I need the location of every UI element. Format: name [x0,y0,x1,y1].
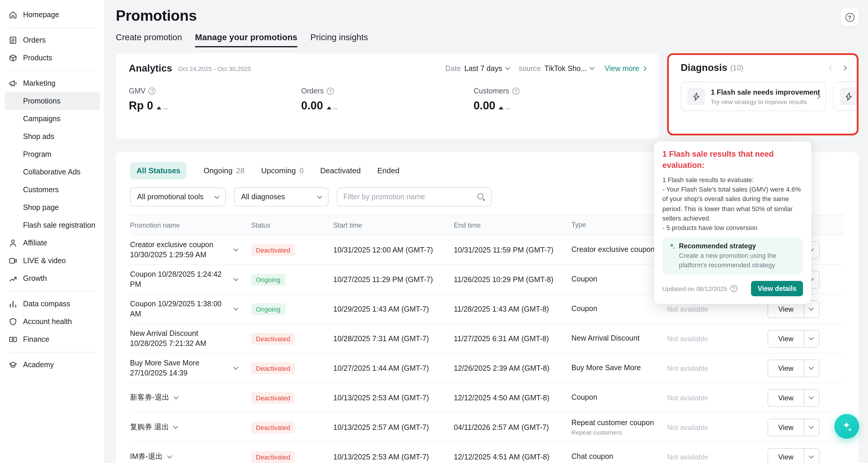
sidebar: Homepage Orders Products Marketing Promo… [0,0,105,463]
expand-row-icon[interactable] [234,276,239,281]
sidebar-item-products[interactable]: Products [5,49,100,67]
sidebar-item-orders[interactable]: Orders [5,31,100,49]
status-tab-all-statuses[interactable]: All Statuses [130,162,187,179]
column-header: Status [251,222,333,229]
pager-prev-icon[interactable] [829,65,834,70]
sidebar-item-label: Account health [23,318,72,326]
sidebar-item-live-video[interactable]: LIVE & video [5,252,100,270]
tab-manage-your-promotions[interactable]: Manage your promotions [195,32,297,47]
top-row: Analytics Oct 24,2025 - Oct 30,2025 Date… [116,53,859,139]
diagnosis-count: (10) [730,64,743,72]
promotion-name: New Arrival Discount 10/28/2025 7:21:32 … [130,329,229,348]
help-circle-icon[interactable]: ? [149,88,156,95]
date-filter-label: Date [445,64,461,73]
view-button[interactable]: View [768,419,804,435]
data-compass-icon [8,299,18,309]
sidebar-item-label: Affiliate [23,239,47,247]
sidebar-item-flash-sale-registration[interactable]: Flash sale registration [5,216,100,234]
promotion-name: Buy More Save More 27/10/2025 14:39 [130,359,229,378]
diagnosis-card-list: 1 Flash sale needs improvement Try new s… [681,82,857,111]
view-button[interactable]: View [768,330,804,347]
view-more-link[interactable]: View more [604,64,646,73]
diagnosis-item-title: 1 Flash sale needs improvement [711,88,810,96]
diagnosis-item[interactable]: 1 Flash sale needs improvement Try new s… [681,82,826,111]
expand-row-icon[interactable] [234,306,239,311]
status-tab-upcoming[interactable]: Upcoming0 [261,166,304,175]
diagnoses-select[interactable]: All diagnoses [234,187,329,206]
sidebar-item-customers[interactable]: Customers [5,181,100,199]
sidebar-item-data-compass[interactable]: Data compass [5,295,100,313]
end-time: 12/12/2025 4:51 AM (GMT-8) [454,453,571,461]
sidebar-item-finance[interactable]: Finance [5,330,100,348]
expand-row-icon[interactable] [234,247,239,252]
start-time: 10/27/2025 11:29 PM (GMT-7) [333,275,454,284]
view-button[interactable]: View [768,360,804,376]
source-filter-select[interactable]: TikTok Sho... [545,64,594,73]
sidebar-item-affiliate[interactable]: Affiliate [5,234,100,252]
view-dropdown-button[interactable] [804,330,819,347]
sidebar-item-campaigns[interactable]: Campaigns [5,110,100,128]
tab-pricing-insights[interactable]: Pricing insights [311,32,368,47]
search-icon[interactable] [477,193,485,201]
help-button[interactable]: ? [841,8,859,26]
sidebar-item-academy[interactable]: Academy [5,356,100,374]
view-dropdown-button[interactable] [804,448,819,463]
sidebar-item-shop-ads[interactable]: Shop ads [5,128,100,145]
status-tab-deactivated[interactable]: Deactivated [320,166,361,175]
sidebar-item-program[interactable]: Program [5,145,100,163]
end-time: 11/28/2025 1:43 AM (GMT-8) [454,305,571,313]
question-circle-icon: ? [845,13,854,22]
end-time: 11/27/2025 6:31 AM (GMT-8) [454,335,571,343]
help-circle-icon[interactable]: ? [730,285,737,292]
date-filter-select[interactable]: Last 7 days [464,64,509,73]
view-dropdown-button[interactable] [804,360,819,376]
expand-row-icon[interactable] [174,395,179,399]
diagnosis-item-partial[interactable] [833,82,859,111]
status-tab-ended[interactable]: Ended [377,166,399,175]
expand-row-icon[interactable] [173,424,178,429]
end-time: 11/26/2025 10:29 PM (GMT-8) [454,275,571,284]
promotion-type: Buy More Save More [571,364,667,373]
diagnosis-item-subtitle: Try new strategy to improve results [711,98,810,105]
sidebar-item-promotions[interactable]: Promotions [5,92,100,110]
analytics-card: Analytics Oct 24,2025 - Oct 30,2025 Date… [116,53,659,139]
column-header: Start time [333,222,454,229]
view-dropdown-button[interactable] [804,389,819,406]
promotion-search [337,187,492,206]
promotional-tools-select[interactable]: All promotional tools [130,187,226,206]
view-button[interactable]: View [768,389,804,406]
expand-row-icon[interactable] [234,365,239,370]
help-circle-icon[interactable]: ? [327,88,334,95]
tab-create-promotion[interactable]: Create promotion [116,32,182,47]
table-row: Buy More Save More 27/10/2025 14:39 Deac… [130,354,844,383]
sidebar-item-marketing[interactable]: Marketing [5,75,100,92]
sidebar-item-collaborative-ads[interactable]: Collaborative Ads [5,163,100,181]
view-details-button[interactable]: View details [751,281,803,296]
promotion-name: 复购券 退出 [130,423,169,432]
sidebar-item-account-health[interactable]: Account health [5,313,100,330]
ai-assistant-button[interactable] [834,414,859,439]
promotion-name: 新客券-退出 [130,393,169,403]
sidebar-item-label: Program [23,150,52,158]
sidebar-divider [8,27,96,28]
help-circle-icon[interactable]: ? [512,88,519,95]
view-button[interactable]: View [768,448,804,463]
sidebar-item-homepage[interactable]: Homepage [5,6,100,24]
view-dropdown-button[interactable] [804,419,819,435]
expand-row-icon[interactable] [167,454,172,459]
column-header: Type [571,221,667,229]
pager-next-icon[interactable] [842,65,847,70]
end-time: 12/26/2025 2:39 AM (GMT-8) [454,364,571,372]
diagnosis-cell: Not available [667,305,768,313]
promotion-search-input[interactable] [343,193,477,201]
status-tab-ongoing[interactable]: Ongoing28 [204,166,245,175]
sidebar-item-growth[interactable]: Growth [5,270,100,287]
sidebar-item-shop-page[interactable]: Shop page [5,199,100,216]
start-time: 10/13/2025 2:53 AM (GMT-7) [333,453,454,461]
start-time: 10/28/2025 7:31 AM (GMT-7) [333,335,454,343]
metric-value: Rp 0 [129,99,153,112]
account-health-icon [8,317,18,326]
chevron-down-icon [317,194,322,199]
sidebar-item-label: Customers [23,186,59,194]
chevron-down-icon [809,454,814,459]
